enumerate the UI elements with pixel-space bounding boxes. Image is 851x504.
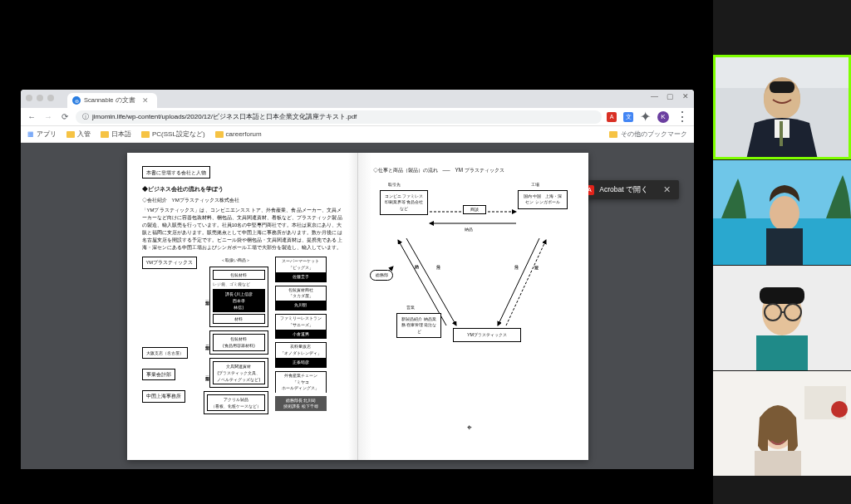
section-subtitle: ◆ビジネス会社の流れを学ぼう: [142, 185, 342, 193]
section-header-box: 本書に登場する会社と人物: [142, 166, 210, 179]
pdf-left-page: 本書に登場する会社と人物 ◆ビジネス会社の流れを学ぼう ◇会社紹介 YMプラステ…: [127, 153, 358, 460]
company-paragraph: 「YMプラスティックス」は、コンビニエンスストア、外食産業、食品メーカー、文具メ…: [142, 207, 342, 252]
site-info-icon[interactable]: ⓘ: [82, 112, 89, 121]
bookmark-folder[interactable]: PC(SSL設定など): [141, 130, 205, 139]
flow-box-clients: コンビニ ファミレス 印刷業界等 食品会社など: [380, 190, 428, 215]
svg-rect-16: [766, 228, 803, 265]
participants-panel: [713, 0, 851, 504]
participant-video-3: [713, 266, 851, 370]
participant-tile[interactable]: [713, 266, 851, 370]
traffic-lights: [26, 95, 54, 101]
address-bar[interactable]: ⓘ jimomin.life/wp-content/uploads/2020/1…: [76, 110, 602, 124]
apps-button[interactable]: ▦アプリ: [27, 130, 57, 139]
flow-box-company: YMプラスティックス: [453, 328, 521, 342]
svg-point-26: [831, 401, 848, 418]
window-minimize-icon[interactable]: —: [651, 92, 658, 100]
browser-toolbar: ← → ⟳ ⓘ jimomin.life/wp-content/uploads/…: [21, 108, 694, 126]
window-controls: — ▢ ✕: [651, 92, 689, 100]
folder-icon: [609, 131, 617, 138]
pdf-right-page: ◇仕事と商品（製品）の流れ ── YM プラスティックス: [358, 153, 588, 460]
flow-box-factories: 国内 中国 上海・深セン シンガポール: [518, 190, 568, 209]
pdf-viewer[interactable]: A Acrobat で開く ✕ 本書に登場する会社と人物 ◆ビジネス会社の流れを…: [21, 143, 694, 469]
tab-favicon-icon: ⊛: [72, 96, 81, 105]
adobe-extension-icon[interactable]: A: [607, 112, 617, 122]
products-heading: ＜取扱い商品＞: [204, 257, 268, 263]
reload-button[interactable]: ⟳: [59, 111, 71, 123]
flow-diagram: 取引先 コンビニ ファミレス 印刷業界等 食品会社など 商談 工場 国内 中国 …: [373, 180, 573, 388]
org-group-3: 営業三部 文具関連資材 (プラスティック文具、 ノベルティグッズなど): [204, 358, 268, 388]
box-header: 工場: [531, 182, 539, 188]
bookmark-folder[interactable]: 日本語: [101, 130, 131, 139]
folder-icon: [215, 131, 224, 138]
participant-video-1: [713, 55, 851, 159]
other-bookmarks-button[interactable]: その他のブックマーク: [609, 130, 687, 139]
org-chart: YMプラスティックス 大阪支店（名古屋） 事業会計部 中国上海事務所 ＜取扱い商…: [142, 257, 342, 414]
browser-tab[interactable]: ⊛ Scannable の文書 ✕: [67, 93, 157, 108]
browser-menu-icon[interactable]: ⋮: [676, 109, 689, 125]
url-text: jimomin.life/wp-content/uploads/2020/12/…: [92, 112, 357, 121]
box-header: 営業: [406, 305, 415, 311]
zoom-viewport: ⊛ Scannable の文書 ✕ — ▢ ✕ ← → ⟳ ⓘ jimomin.…: [0, 0, 851, 504]
flow-title: ◇仕事と商品（製品）の流れ ── YM プラスティックス: [373, 166, 573, 174]
extensions-menu-icon[interactable]: ✦: [640, 109, 651, 125]
flow-box-sales: 新製品紹介 納品業務 在庫管理 発注など: [396, 313, 441, 338]
tab-title: Scannable の文書: [84, 96, 135, 105]
org-branch-box: 大阪支店（名古屋）: [142, 347, 188, 360]
tab-close-icon[interactable]: ✕: [142, 96, 149, 105]
folder-icon: [141, 131, 150, 138]
profile-avatar-icon[interactable]: K: [657, 111, 669, 123]
svg-line-4: [498, 238, 539, 325]
company-intro-line: ◇会社紹介 YMプラスティックス株式会社: [142, 196, 342, 203]
toolbar-extensions: A 文 ✦ K ⋮: [607, 109, 689, 125]
flow-box-negotiation: 商談: [463, 205, 486, 214]
acrobat-open-chip[interactable]: A Acrobat で開く ✕: [576, 180, 679, 199]
translate-extension-icon[interactable]: 文: [623, 112, 633, 122]
cursor-icon: ⌖: [467, 421, 472, 433]
org-group-4: アクリル製品 （看板、化粧ケースなど）: [204, 391, 268, 414]
participant-tile[interactable]: [713, 371, 851, 476]
bookmarks-bar: ▦アプリ 入管 日本語 PC(SSL設定など) careerforum その他の…: [21, 126, 694, 143]
participant-video-4: [713, 371, 851, 476]
back-button[interactable]: ←: [26, 111, 37, 123]
box-header: 取引先: [388, 182, 401, 188]
forward-button[interactable]: →: [42, 111, 54, 123]
svg-rect-12: [780, 121, 783, 146]
org-root: YMプラスティックス: [142, 257, 197, 268]
org-clients-column: スーパーマーケット 「ビッグス」佐藤圭子 包装資材商社 「タカダ屋」先川明 ファ…: [275, 257, 327, 414]
svg-rect-10: [770, 81, 794, 93]
participant-video-2: [713, 160, 851, 265]
window-maximize-icon[interactable]: ▢: [667, 92, 674, 100]
org-office-box: 中国上海事務所: [142, 390, 185, 402]
svg-line-5: [506, 240, 546, 325]
svg-rect-28: [755, 451, 801, 476]
bookmark-folder[interactable]: 入管: [66, 130, 91, 139]
folder-icon: [101, 131, 109, 138]
acrobat-chip-close-icon[interactable]: ✕: [663, 184, 671, 195]
bookmark-folder[interactable]: careerforum: [215, 130, 262, 138]
shared-screen-area: ⊛ Scannable の文書 ✕ — ▢ ✕ ← → ⟳ ⓘ jimomin.…: [0, 0, 713, 504]
participant-tile[interactable]: [713, 160, 851, 265]
org-group-2: 営業二部 包装材料 (食品用容器材料): [204, 330, 268, 354]
org-dept-box: 事業会計部: [142, 369, 175, 380]
browser-window: ⊛ Scannable の文書 ✕ — ▢ ✕ ← → ⟳ ⓘ jimomin.…: [21, 90, 694, 469]
edge-label: 納品: [465, 227, 473, 233]
folder-icon: [66, 131, 75, 138]
svg-point-15: [770, 196, 799, 231]
browser-tab-strip: ⊛ Scannable の文書 ✕ — ▢ ✕: [21, 90, 694, 108]
svg-rect-23: [756, 335, 808, 370]
svg-rect-19: [760, 287, 804, 304]
acrobat-chip-label: Acrobat で開く: [599, 185, 648, 195]
participant-tile[interactable]: [713, 55, 851, 159]
pdf-page-spread: 本書に登場する会社と人物 ◆ビジネス会社の流れを学ぼう ◇会社紹介 YMプラステ…: [127, 153, 588, 460]
flow-box-side: 総務部: [370, 270, 393, 281]
window-close-icon[interactable]: ✕: [682, 92, 689, 100]
org-group-1: 営業一部 包装材料 レジ袋、ゴミ袋など 課長 (川上信彦 西本孝 林信) 材料: [204, 267, 268, 327]
